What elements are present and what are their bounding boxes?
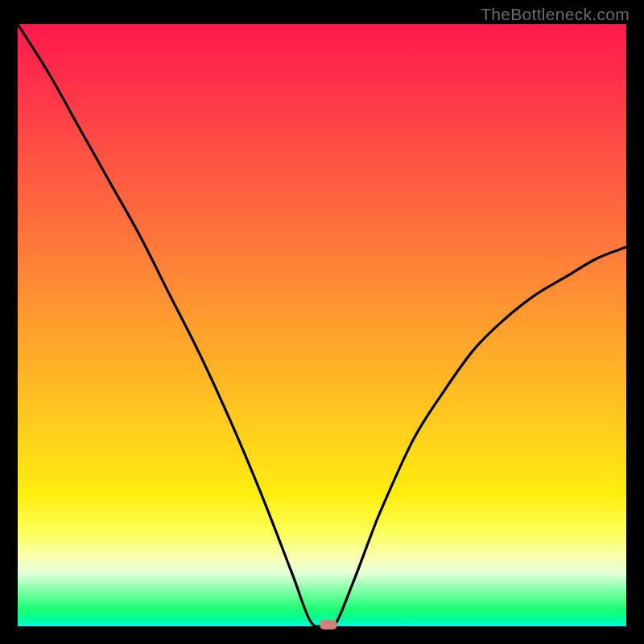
watermark-text: TheBottleneck.com bbox=[481, 5, 630, 24]
plot-background-gradient bbox=[18, 24, 626, 626]
optimum-marker bbox=[320, 620, 337, 630]
